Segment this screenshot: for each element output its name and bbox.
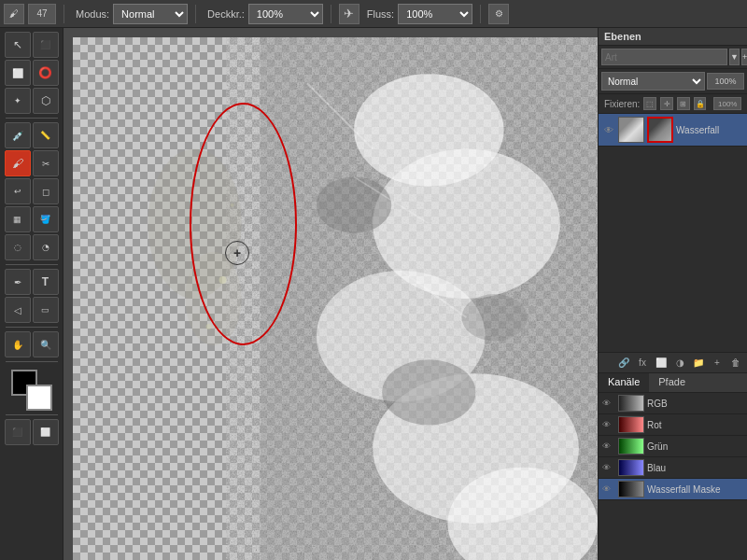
screen-mode-icon[interactable]: ⬜ [33,419,59,445]
channel-blau-thumb [618,459,644,476]
pen-tool[interactable]: ✒ [5,269,31,295]
channel-rgb-thumb [618,395,644,412]
quick-select-tool[interactable]: ✦ [5,88,31,114]
layers-search-bar: ▼ + ≡ [599,46,747,69]
channel-rot[interactable]: 👁 Rot [599,414,747,436]
layer-name: Wasserfall [676,125,743,135]
tool-sep-4 [6,361,58,362]
layer-original-thumb[interactable] [618,117,644,143]
mask-mode-icon[interactable]: ⬛ [5,419,31,445]
channel-rgb[interactable]: 👁 RGB [599,393,747,414]
channel-gruen[interactable]: 👁 Grün [599,436,747,457]
hand-tool[interactable]: ✋ [5,331,31,357]
paint-bucket-tool[interactable]: 🪣 [33,206,59,232]
layers-search-input[interactable] [601,49,727,65]
layers-new-icon[interactable]: + [741,49,747,65]
new-group-icon[interactable]: 📁 [691,356,706,371]
tool-row-7: ▦ 🪣 [5,206,59,232]
tool-row-2: ⬜ ⭕ [5,60,59,86]
top-toolbar: 🖌 47 Modus: Normal Deckkr.: 100% ✈ Fluss… [0,0,747,28]
sep4 [480,5,481,23]
background-color[interactable] [26,385,52,411]
settings-icon[interactable]: ⚙ [488,4,509,24]
brush-tool-icon[interactable]: 🖌 [4,4,24,24]
tool-row-11: ✋ 🔍 [5,331,59,357]
brush-size-value: 47 [36,8,47,19]
add-style-icon[interactable]: fx [635,356,650,371]
link-layers-icon[interactable]: 🔗 [616,356,631,371]
channel-blau-eye[interactable]: 👁 [602,463,615,472]
move-tool[interactable]: ↖ [5,32,31,58]
deckraft-label: Deckkr.: [207,8,245,20]
add-adjustment-icon[interactable]: ◑ [672,356,687,371]
airbrush-icon[interactable]: ✈ [339,4,359,24]
layer-item[interactable]: 👁 Wasserfall [599,114,747,147]
layers-filter-icon[interactable]: ▼ [729,49,740,65]
svg-point-8 [461,294,527,341]
svg-point-14 [185,252,241,345]
dodge-tool[interactable]: ◔ [33,234,59,260]
deckraft-dropdown[interactable]: 100% [248,4,323,24]
tool-row-4: 💉 📏 [5,122,59,148]
tab-kanale[interactable]: Kanäle [599,373,649,392]
color-picker [11,370,52,411]
tool-row-5: 🖌 ✂ [5,150,59,176]
brush-size-group: 47 [28,4,56,24]
fluss-label: Fluss: [367,8,394,20]
svg-point-15 [219,276,227,284]
crop-tool[interactable]: ⬡ [33,88,59,114]
fluss-dropdown[interactable]: 100% [398,4,472,24]
layers-lock-bar: Fixieren: ⬚ ✛ ⊞ 🔒 100% [599,94,747,114]
artboard-tool[interactable]: ⬛ [33,32,59,58]
channel-blau[interactable]: 👁 Blau [599,457,747,479]
layer-visibility-toggle[interactable]: 👁 [602,123,615,136]
shape-tool[interactable]: ▭ [33,297,59,323]
eraser-tool[interactable]: ◻ [33,178,59,204]
blur-tool[interactable]: ◌ [5,234,31,260]
canvas-area[interactable] [63,28,598,560]
lock-artboard-icon[interactable]: ⊞ [677,97,690,110]
lock-move-icon[interactable]: ✛ [660,97,673,110]
channel-rgb-label: RGB [647,399,743,409]
tool-row-6: ↩ ◻ [5,178,59,204]
opacity-icon[interactable]: 100% [707,73,744,90]
lasso-tool[interactable]: ⭕ [33,60,59,86]
zoom-tool[interactable]: 🔍 [33,331,59,357]
new-layer-icon[interactable]: + [710,356,725,371]
history-brush-tool[interactable]: ↩ [5,178,31,204]
eyedropper-tool[interactable]: 💉 [5,122,31,148]
channel-mask-eye[interactable]: 👁 [602,484,615,494]
lock-pixels-icon[interactable]: ⬚ [643,97,656,110]
channels-list: 👁 RGB 👁 Rot 👁 Grün 👁 Blau [599,393,747,560]
modus-dropdown[interactable]: Normal [113,4,188,24]
brush-size-icon[interactable]: 47 [28,4,56,24]
svg-point-17 [231,203,234,207]
layer-active-thumb[interactable] [647,117,673,143]
rect-select-tool[interactable]: ⬜ [5,60,31,86]
text-tool[interactable]: T [33,269,59,295]
clone-stamp-tool[interactable]: ✂ [33,150,59,176]
gradient-tool[interactable]: ▦ [5,206,31,232]
channel-gruen-eye[interactable]: 👁 [602,441,615,451]
layers-blend-mode-select[interactable]: Normal [601,72,705,91]
channel-rot-eye[interactable]: 👁 [602,420,615,429]
channel-gruen-label: Grün [647,441,743,452]
ruler-tool[interactable]: 📏 [33,122,59,148]
channel-rgb-eye[interactable]: 👁 [602,399,615,408]
tool-row-8: ◌ ◔ [5,234,59,260]
delete-layer-icon[interactable]: 🗑 [728,356,743,371]
tab-pfade[interactable]: Pfade [649,373,695,392]
channel-rot-label: Rot [647,420,743,430]
lock-all-icon[interactable]: 🔒 [694,97,707,110]
add-mask-icon[interactable]: ⬜ [654,356,669,371]
layers-blend-mode-bar: Normal 100% [599,69,747,94]
fixieren-label: Fixieren: [604,99,640,109]
channel-rot-thumb [618,416,644,433]
layers-list: 👁 Wasserfall [599,114,747,352]
sep3 [331,5,331,23]
left-toolbox: ↖ ⬛ ⬜ ⭕ ✦ ⬡ 💉 📏 🖌 ✂ ↩ ◻ ▦ 🪣 ◌ ◔ [0,28,63,560]
brush-tool[interactable]: 🖌 [5,150,31,176]
channel-mask[interactable]: 👁 Wasserfall Maske [599,479,747,500]
path-select-tool[interactable]: ◁ [5,297,31,323]
tool-row-3: ✦ ⬡ [5,88,59,114]
